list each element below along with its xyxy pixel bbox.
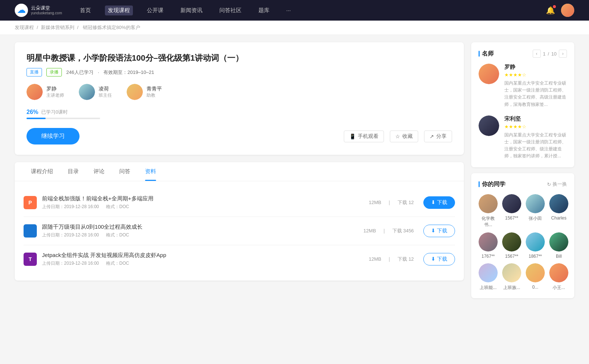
teacher-2-name: 凌荷 [99,86,112,92]
user-avatar[interactable] [561,4,574,17]
classmate-10[interactable]: 上班族... [502,263,521,291]
classmate-5-name: 1767** [482,254,495,259]
teacher-3-avatar [127,84,143,100]
resource-item-3: T Jetpack全组件实战 开发短视频应用高仿皮皮虾App 上传日期：2019… [24,245,455,273]
classmate-4-name: Charles [551,215,566,221]
nav-items: 首页 发现课程 公开课 新闻资讯 问答社区 题库 ··· [77,6,546,15]
continue-learning-button[interactable]: 继续学习 [27,128,80,144]
tab-catalog[interactable]: 目录 [60,162,86,181]
nav-item-quiz[interactable]: 题库 [255,6,272,15]
classmate-3[interactable]: 张小田 [526,194,545,228]
tabs-section: 课程介绍 目录 评论 问答 资料 P 前端全栈加强版！前端全栈+全周期+多端应用… [15,162,464,281]
nav-item-courses[interactable]: 发现课程 [105,6,133,15]
share-button[interactable]: ↗ 分享 [424,131,452,142]
classmates-sidebar-card: 你的同学 ↻ 换一换 化学教书... 1567** [471,173,574,298]
resource-meta-1: 上传日期：2019-12-28 16:00 格式：DOC [42,204,367,210]
progress-percent: 26% [27,109,38,115]
teachers-prev-button[interactable]: ‹ [533,50,541,58]
nav-item-open[interactable]: 公开课 [144,6,166,15]
breadcrumb-item-series[interactable]: 新媒体营销系列 [41,25,74,30]
classmate-3-name: 张小田 [529,215,542,222]
teachers-pagination: ‹ 1 / 10 › [533,50,567,58]
tab-comments[interactable]: 评论 [86,162,112,181]
tabs-bar: 课程介绍 目录 评论 问答 资料 [15,162,464,181]
resource-name-1: 前端全栈加强版！前端全栈+全周期+多端应用 [42,195,367,202]
teachers-next-button[interactable]: › [559,50,567,58]
progress-section: 26% 已学习0课时 [27,109,452,119]
classmate-9-name: 上班能... [480,285,497,291]
classmate-5[interactable]: 1767** [479,232,498,259]
nav-right: 🔔 [546,4,574,17]
teacher-3-name: 青青平 [147,86,162,92]
nav-item-more[interactable]: ··· [283,6,294,15]
teacher-1-avatar [27,84,43,100]
classmate-11-name: 0... [532,285,539,290]
resource-meta-3: 上传日期：2019-12-28 16:00 格式：DOC [42,260,367,267]
classmate-11-avatar [526,263,545,282]
classmate-10-name: 上班族... [503,285,520,291]
course-actions: 继续学习 📱 手机观看 ☆ 收藏 ↗ 分享 [27,128,452,144]
teacher-sidebar-2-desc: 国内某重点大学安全工程专业硕士，国家一级注册消防工程师、注册安全工程师、级注册建… [504,132,567,160]
teachers-sidebar-card: 名师 ‹ 1 / 10 › 罗静 ★★★★☆ 国内某重点大学安全工程专业硕士，国… [471,42,574,167]
phone-icon: 📱 [349,133,356,139]
breadcrumb-item-courses[interactable]: 发现课程 [15,25,34,30]
classmate-1-name: 化学教书... [479,215,498,228]
teacher-2: 凌荷 班主任 [79,84,112,100]
download-button-3[interactable]: ⬇ 下载 [423,253,455,265]
teacher-sidebar-1-name: 罗静 [504,64,567,71]
classmate-6-avatar [502,232,521,251]
download-button-1[interactable]: ⬇ 下载 [423,196,455,209]
teacher-sidebar-1-avatar [479,64,499,84]
course-students: 246人已学习 [66,69,94,76]
classmate-1-avatar [479,194,498,213]
classmate-12-avatar [549,263,568,282]
classmate-8[interactable]: Bill [549,232,568,259]
teacher-sidebar-1-desc: 国内某重点大学安全工程专业硕士，国家一级注册消防工程师、注册安全工程师、高级注册… [504,80,567,108]
classmates-title: 你的同学 [479,181,505,188]
classmate-1[interactable]: 化学教书... [479,194,498,228]
teachers-sidebar-header: 名师 ‹ 1 / 10 › [479,50,567,58]
classmate-6[interactable]: 1567** [502,232,521,259]
classmate-5-avatar [479,232,498,251]
nav-item-news[interactable]: 新闻资讯 [177,6,205,15]
resource-icon-1: P [24,196,37,209]
refresh-icon: ↻ [547,182,551,187]
logo[interactable]: ☁ 云朵课堂 yunduoketang.com [15,4,62,17]
tab-intro[interactable]: 课程介绍 [24,162,60,181]
teacher-2-role: 班主任 [99,92,112,99]
resource-name-3: Jetpack全组件实战 开发短视频应用高仿皮皮虾App [42,252,367,259]
refresh-button[interactable]: ↻ 换一换 [547,181,567,188]
teacher-3-role: 助教 [147,92,162,99]
classmate-4[interactable]: Charles [549,194,568,228]
collect-button[interactable]: ☆ 收藏 [390,131,418,142]
resource-info-1: 前端全栈加强版！前端全栈+全周期+多端应用 上传日期：2019-12-28 16… [42,195,367,210]
sidebar: 名师 ‹ 1 / 10 › 罗静 ★★★★☆ 国内某重点大学安全工程专业硕士，国… [471,42,574,304]
classmate-7-name: 1867** [529,254,542,259]
download-button-2[interactable]: ⬇ 下载 [423,225,455,237]
teachers-sidebar-title: 名师 [479,50,494,58]
classmates-grid: 化学教书... 1567** 张小田 [479,194,567,291]
tab-resources[interactable]: 资料 [138,162,163,181]
course-valid: 有效期至：2019–10–21 [103,69,154,76]
classmate-11[interactable]: 0... [526,263,545,291]
nav-item-qa[interactable]: 问答社区 [216,6,244,15]
tab-qa[interactable]: 问答 [112,162,138,181]
classmate-7[interactable]: 1867** [526,232,545,259]
classmate-7-avatar [526,232,545,251]
main-layout: 明星中教授课，小学阶段语法100分–强化级第1讲动词（一） 直播 录播 246人… [0,35,589,311]
course-title: 明星中教授课，小学阶段语法100分–强化级第1讲动词（一） [27,53,452,64]
notification-bell[interactable]: 🔔 [546,6,555,15]
teacher-sidebar-2-name: 宋利坚 [504,115,567,122]
classmate-12[interactable]: 小王... [549,263,568,291]
classmate-9[interactable]: 上班能... [479,263,498,291]
classmate-2[interactable]: 1567** [502,194,521,228]
logo-text: 云朵课堂 yunduoketang.com [31,5,62,15]
course-card: 明星中教授课，小学阶段语法100分–强化级第1讲动词（一） 直播 录播 246人… [15,42,464,155]
classmate-8-name: Bill [556,254,562,259]
nav-item-home[interactable]: 首页 [77,6,94,15]
avatar-image [561,4,574,17]
classmate-9-avatar [479,263,498,282]
phone-watch-button[interactable]: 📱 手机观看 [344,131,384,142]
teacher-1-name: 罗静 [46,86,64,92]
resource-name-2: 跟随千万级项目从0到100全过程高效成长 [42,224,361,231]
